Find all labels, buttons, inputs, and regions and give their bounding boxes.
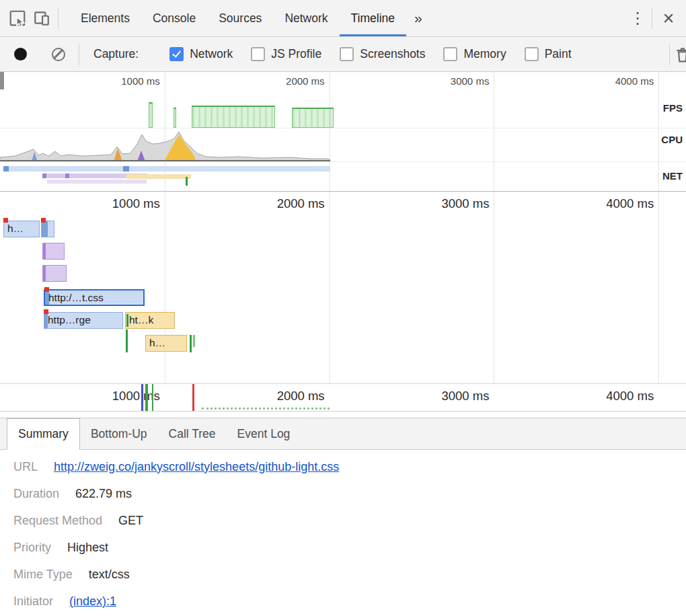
request-label: http:/…t.css — [48, 292, 104, 303]
checkbox-paint[interactable]: Paint — [525, 47, 572, 61]
details-tab-event-log[interactable]: Event Log — [227, 418, 301, 449]
paint-tick — [193, 335, 195, 347]
timeline-bottom-ruler[interactable]: 1000 ms2000 ms3000 ms4000 ms — [0, 383, 686, 412]
ruler-label: 3000 ms — [451, 75, 490, 87]
ruler-label: 1000 ms — [112, 196, 160, 211]
tab-elements[interactable]: Elements — [69, 0, 141, 36]
summary-row: URLhttp://zweig.co/jankyscroll/styleshee… — [13, 453, 686, 480]
event-divider-tick — [141, 384, 143, 411]
summary-link[interactable]: (index):1 — [69, 594, 116, 609]
paint-tick — [190, 335, 192, 352]
summary-label: Duration — [13, 487, 59, 501]
fps-dotted-line — [202, 408, 330, 410]
device-toolbar-icon[interactable] — [30, 6, 54, 30]
summary-label: Mime Type — [13, 568, 73, 582]
tab-console[interactable]: Console — [141, 0, 207, 36]
band-divider — [0, 161, 686, 162]
network-request-bar[interactable] — [42, 243, 65, 260]
tab-timeline[interactable]: Timeline — [340, 0, 406, 36]
ruler-label: 1000 ms — [121, 75, 160, 87]
trash-icon[interactable] — [674, 46, 686, 63]
summary-row: Mime Typetext/css — [13, 561, 686, 588]
checkbox-js-profile[interactable]: JS Profile — [251, 47, 321, 61]
checkbox-label: JS Profile — [271, 47, 321, 61]
net-bar — [42, 174, 46, 178]
fps-bar — [192, 106, 275, 128]
event-divider-tick — [192, 384, 194, 411]
net-bar — [186, 177, 188, 186]
network-request-bar[interactable] — [41, 221, 54, 237]
checkbox-box-paint[interactable] — [525, 47, 539, 61]
gridline — [330, 192, 330, 383]
net-bar — [3, 166, 9, 171]
request-label: h… — [149, 337, 165, 348]
checkbox-screenshots[interactable]: Screenshots — [340, 47, 425, 61]
warning-marker — [44, 287, 49, 292]
checkbox-memory[interactable]: Memory — [443, 47, 506, 61]
capture-label: Capture: — [93, 47, 139, 61]
band-label-fps: FPS — [663, 102, 683, 114]
checkbox-label: Screenshots — [360, 47, 425, 61]
tab-network[interactable]: Network — [273, 0, 339, 36]
fps-bar — [292, 108, 334, 128]
network-request-bar[interactable]: h… — [3, 221, 40, 237]
checkbox-box-network[interactable] — [169, 47, 184, 61]
checkbox-box-js-profile[interactable] — [251, 47, 265, 61]
separator — [58, 7, 59, 29]
details-tabbar: SummaryBottom-UpCall TreeEvent Log — [0, 418, 686, 450]
devtools-tabbar: ElementsConsoleSourcesNetworkTimeline » … — [0, 0, 686, 37]
checkbox-box-screenshots[interactable] — [340, 47, 354, 61]
network-request-bar[interactable] — [42, 265, 67, 282]
summary-link[interactable]: http://zweig.co/jankyscroll/stylesheets/… — [54, 460, 339, 474]
separator — [669, 44, 670, 65]
panel-tabs: ElementsConsoleSourcesNetworkTimeline — [69, 0, 406, 36]
close-icon[interactable]: × — [656, 6, 681, 30]
gridline — [494, 192, 494, 383]
checkbox-box-memory[interactable] — [443, 47, 457, 61]
paint-tick — [126, 330, 128, 352]
summary-value: 622.79 ms — [75, 487, 132, 501]
ruler-label: 2000 ms — [277, 389, 325, 403]
details-tab-call-tree[interactable]: Call Tree — [158, 418, 227, 449]
net-bar — [65, 174, 69, 178]
request-label: http…rge — [48, 314, 91, 325]
cpu-activity-chart — [0, 128, 686, 161]
ruler-label: 4000 ms — [606, 389, 654, 403]
network-request-bar[interactable]: http…rge — [44, 312, 123, 329]
details-tab-summary[interactable]: Summary — [7, 418, 80, 450]
receiving-segment — [42, 221, 48, 237]
network-request-bar[interactable]: ht…k — [125, 312, 175, 329]
request-label: ht…k — [129, 314, 153, 325]
summary-label: Priority — [13, 541, 51, 555]
ruler-label: 2000 ms — [277, 196, 325, 211]
warning-marker — [3, 218, 8, 223]
details-tab-bottom-up[interactable]: Bottom-Up — [80, 418, 158, 449]
net-bar — [3, 166, 330, 171]
summary-value: GET — [118, 514, 143, 528]
overview-scrollbar — [0, 72, 4, 89]
warning-marker — [44, 309, 48, 314]
checkbox-label: Memory — [463, 47, 506, 61]
inspect-icon[interactable] — [5, 6, 30, 30]
ruler-label: 4000 ms — [606, 196, 654, 211]
timeline-overview[interactable]: 1000 ms2000 ms3000 ms4000 msFPSCPUNET — [0, 72, 686, 192]
net-bar — [47, 180, 147, 184]
spacer — [0, 412, 686, 418]
clear-icon[interactable] — [52, 48, 65, 61]
checkbox-network[interactable]: Network — [169, 47, 233, 61]
ruler-label: 2000 ms — [286, 75, 325, 87]
summary-label: Request Method — [13, 514, 102, 528]
summary-label: Initiator — [13, 594, 53, 609]
fps-bar — [149, 102, 153, 128]
more-tabs-icon[interactable]: » — [406, 0, 430, 36]
receiving-segment — [43, 266, 46, 281]
tab-sources[interactable]: Sources — [207, 0, 273, 36]
summary-row: Request MethodGET — [13, 507, 686, 534]
record-button[interactable] — [14, 48, 27, 61]
devtools-window: ElementsConsoleSourcesNetworkTimeline » … — [0, 0, 686, 616]
network-request-bar[interactable]: http:/…t.css — [44, 289, 145, 306]
menu-icon[interactable]: ⋮ — [627, 6, 648, 30]
timeline-flamechart[interactable]: 1000 ms2000 ms3000 ms4000 msh…http:/…t.c… — [0, 192, 686, 383]
event-divider-tick — [145, 384, 148, 411]
network-request-bar[interactable]: h… — [145, 335, 187, 352]
